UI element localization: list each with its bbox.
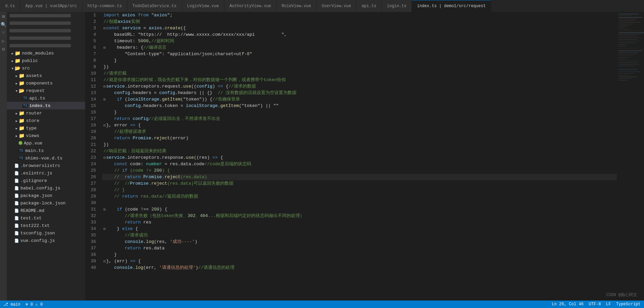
collapse-icon[interactable]: ⊟	[103, 156, 106, 160]
file-icon: 📄	[14, 238, 19, 243]
sidebar-item-components[interactable]: 📁components	[7, 79, 85, 87]
sidebar-item-label: package-lock.json	[20, 201, 66, 206]
sidebar-item-label: App.vue	[24, 141, 43, 146]
sidebar-item-.gitignore[interactable]: 📄.gitignore	[7, 177, 85, 184]
line-number-4: 4	[85, 31, 96, 38]
sidebar-item-src[interactable]: 📂src	[7, 64, 85, 72]
tab-RoleView.vue[interactable]: RoleView.vue	[277, 0, 317, 12]
collapse-icon[interactable]: ⊟	[103, 98, 106, 102]
sidebar-item-package.json[interactable]: 📄package.json	[7, 192, 85, 199]
collapse-icon[interactable]: ⊟	[103, 124, 106, 127]
sidebar-item-shims-vue.d.ts[interactable]: TSshims-vue.d.ts	[7, 154, 85, 162]
code-line-30	[102, 200, 617, 206]
sidebar-item-store[interactable]: 📁store	[7, 117, 85, 124]
tab-TodoDataService.ts[interactable]: TodoDataService.ts	[127, 0, 182, 12]
tab-login.ts[interactable]: login.ts	[382, 0, 412, 12]
sidebar-top-item-3[interactable]	[7, 34, 85, 42]
sidebar-item-label: shims-vue.d.ts	[25, 156, 62, 161]
code-line-19: //处理错误请求	[102, 128, 617, 135]
sidebar-item-package-lock.json[interactable]: 📄package-lock.json	[7, 199, 85, 207]
line-ending: LF	[606, 302, 611, 307]
line-number-32: 32	[85, 213, 96, 219]
sidebar-item-assets[interactable]: 📁assets	[7, 72, 85, 79]
sidebar-item-label: vue.config.js	[20, 238, 55, 243]
activity-files-icon[interactable]: ⊞	[1, 14, 6, 19]
sidebar-item-babel.config.js[interactable]: 📄babel.config.js	[7, 184, 85, 192]
collapse-icon[interactable]: ⊟	[103, 208, 106, 212]
sidebar-item-node_modules[interactable]: 📁node_modules	[7, 49, 85, 57]
sidebar-item-index.ts[interactable]: TSindex.ts	[7, 102, 85, 109]
sidebar-item-test.txt[interactable]: 📄test.txt	[7, 214, 85, 222]
sidebar-item-label: router	[26, 111, 42, 116]
tab-App.vue[interactable]: App.vue | vue3App/src	[20, 0, 82, 12]
sidebar-item-.browserslistrc[interactable]: 📄.browserslistrc	[7, 162, 85, 169]
line-number-29: 29	[85, 193, 96, 200]
collapse-icon[interactable]: ⊟	[103, 46, 106, 50]
collapse-icon[interactable]: ⊟	[103, 27, 106, 30]
code-line-12: ⊟service.interceptors.request.use((confi…	[102, 83, 617, 90]
code-line-8: }	[102, 57, 617, 64]
collapse-icon[interactable]: ⊟	[103, 260, 106, 263]
branch-indicator: ⎇ main	[3, 302, 20, 307]
collapse-icon[interactable]: ⊟	[103, 85, 106, 89]
code-line-18: ⊟}, error => {	[102, 122, 617, 128]
activity-search-icon[interactable]: 🔍	[1, 22, 6, 27]
code-line-10: //请求拦截	[102, 70, 617, 77]
line-number-30: 30	[85, 200, 96, 206]
line-number-11: 11	[85, 77, 96, 83]
svg-rect-10	[618, 29, 630, 29]
collapse-icon	[12, 66, 13, 71]
sidebar-top-item-1[interactable]	[7, 19, 85, 27]
sidebar-item-test222.txt[interactable]: 📄test222.txt	[7, 222, 85, 229]
sidebar-top-item-4[interactable]	[7, 42, 85, 49]
code-line-25: // if (code != 200) {	[102, 167, 617, 174]
line-number-20: 20	[85, 135, 96, 141]
line-number-31: 31	[85, 206, 96, 213]
tab-UserView.vue[interactable]: UserView.vue	[317, 0, 356, 12]
sidebar-top-item-2[interactable]	[7, 27, 85, 34]
file-icon: TS	[18, 149, 24, 153]
sidebar-item-router[interactable]: 📁router	[7, 109, 85, 117]
svg-rect-15	[618, 37, 641, 38]
svg-rect-31	[618, 66, 635, 66]
editor-area: 1234567891011121314151617181920212223242…	[85, 12, 644, 301]
tab-http-common.ts[interactable]: http-common.ts	[82, 0, 127, 12]
sidebar-top-item-0[interactable]	[7, 12, 85, 19]
tab-LoginView.vue[interactable]: LoginView.vue	[182, 0, 225, 12]
svg-rect-37	[618, 78, 632, 79]
sidebar-item-.eslintrc.js[interactable]: 📄.eslintrc.js	[7, 169, 85, 177]
code-line-26: // return Promise.reject(res.data)	[102, 174, 617, 180]
sidebar-item-main.ts[interactable]: TSmain.ts	[7, 147, 85, 154]
sidebar-item-api.ts[interactable]: TSapi.ts	[7, 94, 85, 102]
sidebar-item-README.md[interactable]: 📄README.md	[7, 207, 85, 214]
code-line-29: // return res.data//返回成功的数据	[102, 193, 617, 200]
folder-icon: 📁	[19, 110, 25, 116]
code-line-1: import axios from "axios";	[102, 12, 617, 18]
sidebar-item-request[interactable]: 📂request	[7, 87, 85, 94]
line-number-13: 13	[85, 90, 96, 96]
line-number-39: 39	[85, 258, 96, 264]
line-number-25: 25	[85, 167, 96, 174]
activity-git-icon[interactable]: ⑂	[1, 30, 6, 35]
sidebar-item-App.vue[interactable]: 🟢App.vue	[7, 139, 85, 147]
svg-rect-9	[618, 27, 625, 28]
folder-icon: 📁	[19, 118, 25, 124]
sidebar-item-public[interactable]: 📁public	[7, 57, 85, 64]
collapse-icon[interactable]: ⊟	[103, 227, 106, 231]
editor-main[interactable]: 1234567891011121314151617181920212223242…	[85, 12, 617, 301]
activity-extensions-icon[interactable]: ⊟	[1, 46, 6, 52]
svg-rect-8	[618, 26, 629, 26]
sidebar-item-views[interactable]: 📁views	[7, 132, 85, 139]
line-number-24: 24	[85, 161, 96, 167]
sidebar-item-type[interactable]: 📁type	[7, 124, 85, 132]
sidebar-item-label: public	[22, 58, 38, 63]
tab-api.ts[interactable]: api.ts	[356, 0, 382, 12]
sidebar-item-vue.config.js[interactable]: 📄vue.config.js	[7, 237, 85, 244]
svg-rect-20	[618, 46, 625, 46]
tab-index.ts[interactable]: index.ts | demo1/src/request	[412, 0, 491, 12]
activity-debug-icon[interactable]: ▷	[1, 38, 6, 44]
file-icon: TS	[18, 156, 24, 160]
tab-d.ts[interactable]: d.ts	[0, 0, 20, 12]
sidebar-item-tsconfig.json[interactable]: 📄tsconfig.json	[7, 229, 85, 237]
tab-AuthorityView.vue[interactable]: AuthorityView.vue	[224, 0, 276, 12]
